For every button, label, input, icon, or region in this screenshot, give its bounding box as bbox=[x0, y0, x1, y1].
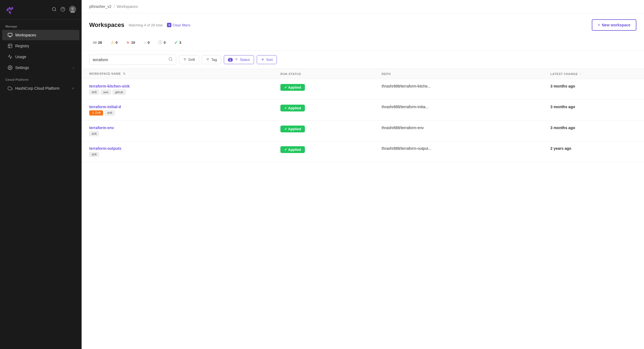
sidebar-item-workspaces[interactable]: Workspaces bbox=[2, 30, 79, 40]
status-filter-button[interactable]: 1 Status bbox=[224, 55, 254, 64]
warning-count: 0 bbox=[116, 40, 117, 45]
usage-icon bbox=[8, 54, 13, 59]
settings-expand-arrow: › bbox=[73, 66, 74, 70]
workspace-tag[interactable]: aws bbox=[101, 90, 111, 95]
breadcrumb-user[interactable]: pthrasher_v2 bbox=[89, 4, 112, 9]
latest-change-text: 3 months ago bbox=[543, 79, 644, 100]
col-status-label: RUN STATUS bbox=[280, 72, 301, 76]
search-input[interactable] bbox=[93, 58, 166, 62]
sidebar-item-registry[interactable]: Registry bbox=[2, 41, 79, 51]
terraform-logo-icon bbox=[5, 5, 15, 15]
repo-text: thrashr888/terraform-kitche... bbox=[374, 79, 543, 100]
status-filter-badge: 1 bbox=[228, 58, 233, 62]
tag-list: driftawsgithub bbox=[89, 90, 265, 95]
workspace-tag[interactable]: drift bbox=[105, 110, 114, 116]
sidebar-item-settings[interactable]: Settings › bbox=[2, 63, 79, 73]
filter-icon bbox=[183, 58, 187, 62]
pending-icon: ○ bbox=[144, 40, 146, 45]
sort-icon bbox=[261, 58, 265, 62]
run-status-badge: ✓ Applied bbox=[280, 84, 305, 91]
breadcrumb-separator: / bbox=[114, 4, 115, 9]
tag-filter-button[interactable]: Tag bbox=[202, 55, 221, 64]
new-workspace-button[interactable]: + New workspace bbox=[592, 19, 636, 31]
breadcrumb-current: Workspaces bbox=[117, 4, 138, 9]
tag-list: drift bbox=[89, 131, 265, 136]
sidebar-item-hashicorp-cloud[interactable]: HashiCorp Cloud Platform ↗ bbox=[2, 83, 79, 94]
status-filter-error[interactable]: ✕ 10 bbox=[123, 39, 138, 47]
repo-text: thrashr888/terraform-initia... bbox=[374, 100, 543, 121]
tag-list: drift bbox=[89, 152, 265, 157]
status-filter-pending[interactable]: ○ 0 bbox=[140, 39, 153, 46]
sidebar-item-usage[interactable]: Usage bbox=[2, 52, 79, 62]
repo-text: thrashr888/terraform-env bbox=[374, 121, 543, 141]
sort-label: Sort bbox=[266, 58, 273, 62]
workspace-tag[interactable]: drift bbox=[89, 152, 99, 157]
status-filter-all[interactable]: All 28 bbox=[89, 39, 106, 46]
workspace-name-link[interactable]: terraform-initial-d bbox=[89, 105, 265, 109]
toolbar: Drift Tag 1 Status Sort bbox=[82, 51, 644, 69]
col-name-label: WORKSPACE NAME bbox=[89, 72, 121, 75]
status-filter-success[interactable]: ✔ 3 bbox=[171, 39, 185, 47]
workspace-tag[interactable]: drift bbox=[89, 90, 99, 95]
svg-point-4 bbox=[52, 7, 55, 11]
status-filter-warning[interactable]: ⚠ 0 bbox=[107, 39, 121, 47]
page-header: Workspaces Matching 4 of 28 total ✕ Clea… bbox=[82, 13, 644, 36]
clear-filters-label: Clear filters bbox=[173, 23, 191, 27]
workspace-name-link[interactable]: terraform-outputs bbox=[89, 146, 265, 151]
svg-marker-0 bbox=[9, 7, 11, 10]
col-name-sort-arrow: ⇅ bbox=[123, 72, 126, 75]
user-avatar[interactable] bbox=[69, 6, 76, 14]
success-icon: ✔ bbox=[174, 40, 178, 45]
sidebar-item-label: Registry bbox=[15, 44, 29, 48]
col-change-sort-arrow: ↑ bbox=[580, 72, 582, 76]
settings-icon bbox=[8, 65, 13, 70]
sidebar-item-label: HashiCorp Cloud Platform bbox=[15, 86, 60, 91]
drift-filter-button[interactable]: Drift bbox=[179, 55, 199, 64]
svg-rect-11 bbox=[8, 33, 12, 36]
tag-label: Tag bbox=[211, 58, 217, 62]
search-box bbox=[89, 55, 176, 65]
table-row: terraform-initial-d⚠ Driftdrift✓ Applied… bbox=[82, 100, 644, 121]
latest-change-text: 3 months ago bbox=[543, 121, 644, 141]
run-status-badge: ✓ Applied bbox=[280, 105, 305, 111]
latest-change-text: 2 years ago bbox=[543, 141, 644, 162]
col-change-label: LATEST CHANGE bbox=[550, 72, 578, 76]
clear-filters-button[interactable]: ✕ Clear filters bbox=[167, 23, 191, 27]
page-header-left: Workspaces Matching 4 of 28 total ✕ Clea… bbox=[89, 21, 190, 29]
col-repo-label: REPO bbox=[382, 72, 391, 76]
sort-button[interactable]: Sort bbox=[257, 55, 277, 64]
latest-change-text: 3 months ago bbox=[543, 100, 644, 121]
col-header-name[interactable]: WORKSPACE NAME ⇅ bbox=[82, 69, 273, 79]
svg-point-9 bbox=[71, 7, 74, 10]
tag-list: ⚠ Driftdrift bbox=[89, 110, 265, 116]
col-header-repo: REPO bbox=[374, 69, 543, 79]
svg-line-19 bbox=[171, 60, 172, 61]
clear-filters-x-icon: ✕ bbox=[167, 23, 171, 27]
main-content: pthrasher_v2 / Workspaces Workspaces Mat… bbox=[82, 0, 644, 349]
workspaces-icon bbox=[8, 33, 13, 38]
status-filter-paused[interactable]: ⓘ 0 bbox=[155, 38, 169, 47]
search-icon bbox=[168, 57, 173, 62]
page-title: Workspaces bbox=[89, 21, 124, 29]
tag-icon bbox=[206, 58, 210, 62]
new-workspace-label: New workspace bbox=[602, 23, 630, 27]
cloud-icon bbox=[8, 86, 13, 91]
workspace-tag[interactable]: github bbox=[113, 90, 126, 95]
help-icon[interactable] bbox=[60, 7, 65, 13]
col-header-latest-change[interactable]: LATEST CHANGE ↑ bbox=[543, 69, 644, 79]
workspace-tag[interactable]: drift bbox=[89, 131, 99, 136]
workspace-name-link[interactable]: terraform-kitchen-sink bbox=[89, 84, 265, 88]
search-icon[interactable] bbox=[52, 7, 57, 13]
col-header-run-status: RUN STATUS bbox=[273, 69, 374, 79]
all-count: 28 bbox=[98, 40, 102, 45]
error-icon: ✕ bbox=[126, 40, 130, 45]
success-count: 3 bbox=[179, 40, 181, 45]
svg-marker-2 bbox=[7, 8, 9, 12]
svg-marker-1 bbox=[11, 7, 13, 10]
plus-icon: + bbox=[598, 23, 600, 27]
workspace-tag[interactable]: ⚠ Drift bbox=[89, 110, 103, 116]
svg-rect-14 bbox=[8, 44, 12, 48]
sidebar-header bbox=[0, 0, 82, 20]
table-row: terraform-outputsdrift✓ Appliedthrashr88… bbox=[82, 141, 644, 162]
workspace-name-link[interactable]: terraform-env bbox=[89, 126, 265, 130]
